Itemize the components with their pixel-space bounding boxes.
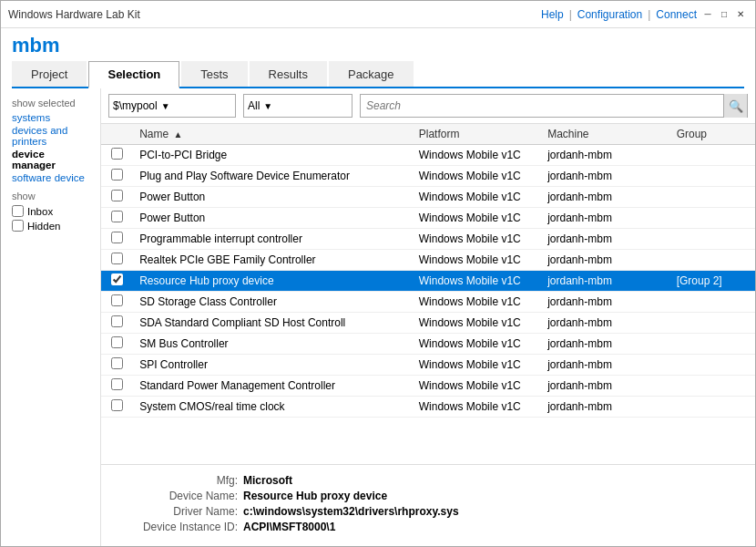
row-checkbox[interactable] (111, 232, 123, 243)
search-button[interactable]: 🔍 (723, 94, 747, 118)
configuration-link[interactable]: Configuration (577, 8, 642, 21)
row-name: Resource Hub proxy device (132, 271, 412, 292)
detail-value: ACPI\MSFT8000\1 (243, 521, 335, 533)
toolbar: $\mypool ▼ All ▼ 🔍 (101, 88, 755, 124)
row-checkbox[interactable] (111, 148, 123, 160)
row-checkbox[interactable] (111, 274, 123, 285)
inbox-checkbox[interactable] (12, 205, 24, 217)
row-checkbox-cell (101, 187, 132, 208)
table-row[interactable]: SD Storage Class ControllerWindows Mobil… (101, 292, 755, 313)
row-checkbox-cell (101, 166, 132, 187)
row-platform: Windows Mobile v1C (412, 292, 540, 313)
row-checkbox-cell (101, 229, 132, 250)
table-row[interactable]: SM Bus ControllerWindows Mobile v1Cjorda… (101, 334, 755, 355)
row-platform: Windows Mobile v1C (412, 187, 540, 208)
row-checkbox[interactable] (111, 211, 123, 222)
row-platform: Windows Mobile v1C (412, 145, 540, 166)
search-box: 🔍 (360, 94, 748, 118)
tab-results[interactable]: Results (250, 61, 327, 87)
connect-link[interactable]: Connect (656, 8, 697, 21)
row-name: SPI Controller (132, 355, 412, 376)
row-checkbox[interactable] (111, 169, 123, 181)
table-row[interactable]: Power ButtonWindows Mobile v1Cjordanh-mb… (101, 187, 755, 208)
content-area: show selected systems devices and printe… (1, 88, 755, 546)
table-row[interactable]: SDA Standard Compliant SD Host ControllW… (101, 313, 755, 334)
row-machine: jordanh-mbm (540, 376, 669, 397)
row-machine: jordanh-mbm (540, 292, 669, 313)
hidden-checkbox[interactable] (12, 220, 24, 232)
table-row[interactable]: Standard Power Management ControllerWind… (101, 376, 755, 397)
row-checkbox-cell (101, 271, 132, 292)
inbox-label: Inbox (27, 206, 53, 217)
tab-package[interactable]: Package (329, 61, 414, 87)
tab-bar: Project Selection Tests Results Package (12, 61, 744, 88)
detail-value: c:\windows\system32\drivers\rhproxy.sys (243, 505, 459, 518)
close-button[interactable]: ✕ (733, 7, 748, 22)
title-bar-nav: Help | Configuration | Connect ─ □ ✕ (541, 7, 748, 22)
title-bar: Windows Hardware Lab Kit Help | Configur… (1, 1, 755, 28)
table-row[interactable]: Programmable interrupt controllerWindows… (101, 229, 755, 250)
table-container[interactable]: Name ▲ Platform Machine Group PCI-to-PCI… (101, 124, 755, 464)
sidebar-device-manager[interactable]: device manager (12, 149, 89, 170)
table-row[interactable]: Plug and Play Software Device Enumerator… (101, 166, 755, 187)
app-brand: mbm (12, 34, 744, 57)
inbox-checkbox-row: Inbox (12, 205, 89, 217)
detail-label: Driver Name: (119, 505, 238, 518)
row-checkbox[interactable] (111, 399, 123, 411)
table-row[interactable]: Realtek PCIe GBE Family ControllerWindow… (101, 250, 755, 271)
table-row[interactable]: Power ButtonWindows Mobile v1Cjordanh-mb… (101, 208, 755, 229)
row-checkbox[interactable] (111, 315, 123, 327)
restore-button[interactable]: □ (717, 7, 731, 22)
tab-tests[interactable]: Tests (181, 61, 247, 87)
device-table: Name ▲ Platform Machine Group PCI-to-PCI… (101, 124, 755, 418)
row-group (669, 187, 755, 208)
row-checkbox[interactable] (111, 190, 123, 201)
table-row[interactable]: SPI ControllerWindows Mobile v1Cjordanh-… (101, 355, 755, 376)
row-name: SD Storage Class Controller (132, 292, 412, 313)
detail-value: Microsoft (243, 474, 292, 487)
filter-dropdown[interactable]: All ▼ (243, 94, 352, 118)
row-group (669, 208, 755, 229)
search-input[interactable] (361, 99, 723, 112)
table-row[interactable]: PCI-to-PCI BridgeWindows Mobile v1Cjorda… (101, 145, 755, 166)
hidden-label: Hidden (27, 221, 60, 232)
row-group: [Group 2] (669, 271, 755, 292)
filter-value: All (248, 99, 260, 112)
row-machine: jordanh-mbm (540, 334, 669, 355)
row-checkbox[interactable] (111, 378, 123, 390)
table-row[interactable]: System CMOS/real time clockWindows Mobil… (101, 397, 755, 418)
sidebar-systems[interactable]: systems (12, 112, 89, 123)
row-checkbox[interactable] (111, 253, 123, 264)
show-label: show (12, 191, 89, 201)
row-name: Realtek PCIe GBE Family Controller (132, 250, 412, 271)
tab-selection[interactable]: Selection (88, 61, 179, 88)
row-checkbox[interactable] (111, 336, 123, 348)
pool-dropdown-arrow: ▼ (161, 101, 170, 111)
col-header-checkbox (101, 124, 132, 145)
pool-dropdown[interactable]: $\mypool ▼ (108, 94, 236, 118)
row-checkbox[interactable] (111, 294, 123, 306)
row-checkbox-cell (101, 376, 132, 397)
col-header-platform[interactable]: Platform (412, 124, 540, 145)
row-platform: Windows Mobile v1C (412, 166, 540, 187)
col-header-group[interactable]: Group (669, 124, 755, 145)
sep2: | (648, 8, 650, 21)
hidden-checkbox-row: Hidden (12, 220, 89, 232)
sidebar-software-device[interactable]: software device (12, 172, 89, 183)
tab-project[interactable]: Project (12, 61, 87, 87)
row-checkbox[interactable] (111, 357, 123, 369)
col-header-name[interactable]: Name ▲ (132, 124, 412, 145)
window-title: Windows Hardware Lab Kit (8, 8, 140, 21)
minimize-button[interactable]: ─ (700, 7, 715, 22)
window-controls: ─ □ ✕ (700, 7, 748, 22)
search-icon: 🔍 (729, 99, 743, 113)
row-checkbox-cell (101, 334, 132, 355)
sidebar-devices-printers[interactable]: devices and printers (12, 125, 89, 147)
col-header-machine[interactable]: Machine (540, 124, 669, 145)
row-machine: jordanh-mbm (540, 208, 669, 229)
table-row[interactable]: Resource Hub proxy deviceWindows Mobile … (101, 271, 755, 292)
sidebar: show selected systems devices and printe… (1, 88, 101, 546)
row-checkbox-cell (101, 397, 132, 418)
row-group (669, 292, 755, 313)
help-link[interactable]: Help (541, 8, 564, 21)
